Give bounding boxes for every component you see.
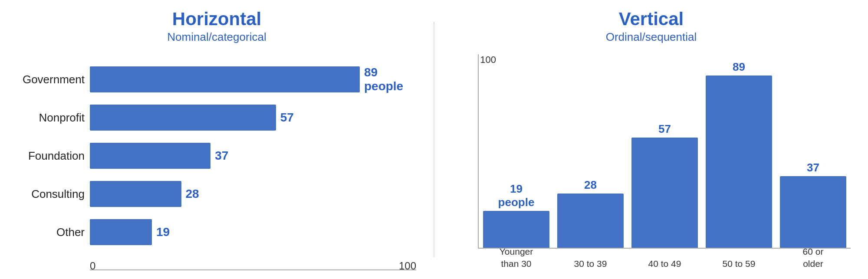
horiz-bar-value: 57 bbox=[280, 111, 294, 125]
horiz-row: Foundation37 bbox=[17, 143, 416, 169]
horiz-chart-area: Government89 peopleNonprofit57Foundation… bbox=[17, 54, 416, 257]
horizontal-chart: Horizontal Nominal/categorical Governmen… bbox=[17, 9, 434, 270]
vert-bar-value: 57 bbox=[658, 122, 671, 136]
horiz-row-label: Government bbox=[17, 73, 85, 86]
vert-bar bbox=[631, 138, 698, 248]
left-subtitle: Nominal/categorical bbox=[167, 30, 266, 44]
vert-bar-value: 28 bbox=[584, 178, 597, 192]
vert-bar-col: 5740 to 49 bbox=[631, 54, 698, 248]
horiz-row: Nonprofit57 bbox=[17, 105, 416, 131]
horiz-bar-value: 19 bbox=[156, 225, 170, 239]
horiz-bar-wrap: 37 bbox=[90, 143, 416, 169]
vert-bar-col: 3760 or older bbox=[780, 54, 846, 248]
horiz-row-label: Consulting bbox=[17, 187, 85, 201]
vert-bar-label: 60 or older bbox=[780, 246, 846, 269]
vert-bar-label: 30 to 39 bbox=[557, 258, 624, 269]
horiz-bar bbox=[90, 219, 152, 245]
vert-bar bbox=[780, 176, 846, 248]
vert-bar-label: 40 to 49 bbox=[631, 258, 698, 269]
vert-bar-value: 19 people bbox=[498, 182, 535, 209]
horiz-row-label: Other bbox=[17, 226, 85, 239]
vert-bar-label: Younger than 30 bbox=[483, 246, 549, 269]
vert-bar bbox=[557, 194, 624, 248]
right-title: Vertical bbox=[619, 9, 684, 30]
vert-bar-col: 2830 to 39 bbox=[557, 54, 624, 248]
horiz-bar bbox=[90, 143, 210, 169]
charts-container: Horizontal Nominal/categorical Governmen… bbox=[0, 0, 868, 279]
vert-bar-value: 37 bbox=[807, 161, 819, 174]
horiz-bar-wrap: 89 people bbox=[90, 66, 416, 92]
horiz-bar bbox=[90, 105, 276, 131]
horiz-bar-value: 28 bbox=[186, 187, 199, 201]
vertical-chart: Vertical Ordinal/sequential 100 0 19 peo… bbox=[434, 9, 851, 270]
vert-chart-area: 100 0 19 peopleYounger than 302830 to 39… bbox=[452, 54, 851, 270]
horiz-bar-wrap: 19 bbox=[90, 219, 416, 245]
left-title: Horizontal bbox=[172, 9, 261, 30]
vert-bar-value: 89 bbox=[733, 60, 745, 74]
right-subtitle: Ordinal/sequential bbox=[606, 30, 697, 44]
horiz-bar bbox=[90, 181, 181, 207]
vert-bar-col: 8950 to 59 bbox=[706, 54, 772, 248]
horiz-bar-value: 89 people bbox=[364, 66, 416, 93]
horiz-row: Consulting28 bbox=[17, 181, 416, 207]
horiz-bar bbox=[90, 66, 360, 92]
vert-bar bbox=[483, 211, 549, 248]
horiz-row: Government89 people bbox=[17, 66, 416, 92]
vert-bar bbox=[706, 75, 772, 248]
horiz-row-label: Foundation bbox=[17, 149, 85, 163]
horiz-bar-wrap: 57 bbox=[90, 105, 416, 131]
horiz-row: Other19 bbox=[17, 219, 416, 245]
vert-bar-label: 50 to 59 bbox=[706, 258, 772, 269]
horiz-row-label: Nonprofit bbox=[17, 111, 85, 125]
horiz-bar-wrap: 28 bbox=[90, 181, 416, 207]
vert-bar-col: 19 peopleYounger than 30 bbox=[483, 54, 549, 248]
horiz-bar-value: 37 bbox=[215, 149, 228, 163]
vert-bars-row: 19 peopleYounger than 302830 to 395740 t… bbox=[478, 54, 851, 249]
